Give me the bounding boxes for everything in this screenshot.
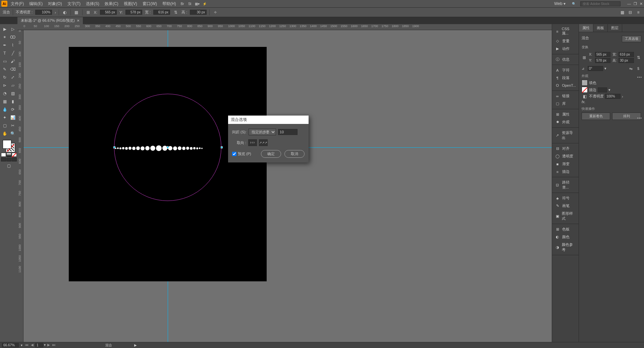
strip-item-字符[interactable]: A字符	[552, 66, 579, 74]
perspective-tool-icon[interactable]: ▧	[9, 90, 16, 97]
h-input[interactable]	[190, 10, 207, 15]
blend-object[interactable]	[115, 145, 203, 151]
color-mode-gradient-icon[interactable]	[6, 153, 11, 157]
column-graph-tool-icon[interactable]: 📊	[9, 114, 16, 121]
prev-artboard-icon[interactable]: ◀	[30, 343, 35, 347]
artboard-number-input[interactable]	[35, 343, 43, 347]
recolor-icon[interactable]: ◐	[62, 10, 68, 15]
strip-item-属性[interactable]: ⊞属性	[552, 111, 579, 118]
mesh-tool-icon[interactable]: ▦	[1, 98, 8, 105]
tab-artboards[interactable]: 画板	[593, 24, 608, 32]
strip-item-符号[interactable]: ♣符号	[552, 194, 579, 202]
strip-item-OpenT...[interactable]: OOpenT...	[552, 82, 579, 89]
spacing-value-input[interactable]	[278, 129, 298, 135]
line-tool-icon[interactable]: ╱	[9, 50, 16, 57]
link-wh-prop-icon[interactable]: ⇅	[636, 55, 641, 60]
strip-item-色板[interactable]: ⊞色板	[552, 225, 579, 233]
gpu-icon[interactable]: ⚡	[202, 1, 208, 7]
spacing-mode-select[interactable]: 指定的步数	[249, 129, 276, 135]
width-tool-icon[interactable]: ⊳	[1, 82, 8, 89]
lasso-tool-icon[interactable]: Ꝏ	[9, 33, 16, 41]
strip-item-外观[interactable]: ✹外观	[552, 118, 579, 126]
close-tab-icon[interactable]: ✕	[77, 19, 79, 22]
arrange-button[interactable]: 排列	[612, 113, 641, 120]
shape-builder-tool-icon[interactable]: ◔	[1, 90, 8, 97]
preview-checkbox[interactable]: 预览 (P)	[232, 151, 251, 156]
anchor-left[interactable]	[113, 146, 115, 148]
stroke-weight-input[interactable]	[598, 87, 607, 92]
opacity-dropdown-icon[interactable]: ›	[55, 10, 56, 14]
link-wh-icon[interactable]: ⇅	[173, 10, 179, 15]
magic-wand-tool-icon[interactable]: ✴	[1, 33, 8, 41]
opacity-prop-input[interactable]	[605, 94, 621, 99]
rotate-tool-icon[interactable]: ↻	[1, 74, 8, 81]
align-grid-icon[interactable]: ▦	[73, 10, 79, 15]
anchor-ref-icon[interactable]: ⊞	[85, 10, 91, 15]
type-tool-icon[interactable]: T	[1, 50, 8, 57]
strip-item-渐变[interactable]: ■渐变	[552, 160, 579, 168]
first-artboard-icon[interactable]: ⏮	[24, 343, 29, 347]
w-input[interactable]	[153, 10, 170, 15]
screen-mode-icon[interactable]: ▢	[5, 162, 12, 169]
window-minimize-icon[interactable]: —	[627, 2, 631, 6]
gradient-tool-icon[interactable]: ▮	[9, 98, 16, 105]
opacity-input[interactable]	[35, 10, 52, 15]
menu-type[interactable]: 文字(T)	[65, 0, 83, 7]
strip-item-信息[interactable]: ⓘ信息	[552, 56, 579, 63]
tool-options-button[interactable]: 工具选项	[622, 36, 641, 42]
strip-item-透明度[interactable]: ◯透明度	[552, 152, 579, 160]
strip-item-段落[interactable]: ¶段落	[552, 74, 579, 82]
strip-item-颜色参考[interactable]: ◑颜色参考	[552, 241, 579, 254]
canvas[interactable]	[23, 30, 552, 342]
direct-selection-tool-icon[interactable]: ▷	[9, 25, 16, 33]
rectangle-tool-icon[interactable]: ▭	[1, 58, 8, 65]
flip-v-icon[interactable]: ⥮	[635, 66, 641, 71]
ok-button[interactable]: 确定	[261, 150, 281, 158]
menu-view[interactable]: 视图(V)	[122, 0, 139, 7]
strip-item-对齐[interactable]: ⊟对齐	[552, 145, 579, 152]
next-artboard-icon[interactable]: ▶	[46, 343, 51, 347]
prop-h-input[interactable]	[619, 58, 634, 63]
menu-effect[interactable]: 效果(C)	[103, 0, 120, 7]
eraser-tool-icon[interactable]: ⌫	[9, 66, 16, 73]
menu-window[interactable]: 窗口(W)	[141, 0, 159, 7]
shaper-tool-icon[interactable]: ✎	[1, 66, 8, 73]
zoom-input[interactable]	[2, 343, 19, 347]
stock-search-input[interactable]	[580, 1, 621, 6]
blend-tool-icon[interactable]: ⟳	[9, 106, 16, 113]
search-icon[interactable]: 🔍	[571, 1, 577, 7]
stroke-weight-dropdown-icon[interactable]: ▾	[608, 88, 610, 92]
angle-input[interactable]	[588, 66, 603, 71]
opacity-prop-dropdown-icon[interactable]: ›	[622, 94, 623, 98]
strip-item-动作[interactable]: ▶动作	[552, 45, 579, 53]
slice-tool-icon[interactable]: ✂	[9, 122, 16, 129]
transform-more-icon[interactable]: •••	[637, 75, 642, 79]
strip-item-图形样式[interactable]: ▣图形样式	[552, 210, 579, 222]
y-input[interactable]	[125, 10, 142, 15]
strip-item-库[interactable]: ▢库	[552, 100, 579, 108]
selection-tool-icon[interactable]: ▶	[1, 25, 8, 33]
anchor-reference-icon[interactable]: ⊞	[582, 55, 587, 60]
strip-item-链接[interactable]: ∞链接	[552, 92, 579, 100]
fill-stroke-swatch[interactable]	[3, 140, 15, 152]
color-mode-solid-icon[interactable]	[1, 153, 6, 157]
document-tab[interactable]: 未标题-1* @ 66.67% (RGB/预览) ✕	[17, 17, 83, 24]
last-artboard-icon[interactable]: ⏭	[52, 343, 56, 347]
grid-align-icon[interactable]: ⊟	[627, 10, 633, 15]
color-mode-none-icon[interactable]	[12, 153, 17, 157]
fill-swatch[interactable]	[3, 140, 11, 149]
tab-layers[interactable]: 图层	[608, 24, 622, 32]
x-input[interactable]	[100, 10, 117, 15]
menu-select[interactable]: 选择(S)	[84, 0, 101, 7]
free-transform-tool-icon[interactable]: ▱	[9, 82, 16, 89]
prop-x-input[interactable]	[595, 52, 610, 57]
cancel-button[interactable]: 取消	[284, 150, 305, 158]
menu-object[interactable]: 对象(O)	[46, 0, 64, 7]
panel-menu-icon[interactable]: ≡	[635, 10, 641, 15]
prop-y-input[interactable]	[595, 58, 610, 63]
grid-options-icon[interactable]: ▦	[619, 10, 625, 15]
window-close-icon[interactable]: ✕	[640, 2, 643, 6]
angle-dropdown-icon[interactable]: ▾	[604, 66, 606, 71]
menu-file[interactable]: 文件(F)	[9, 0, 26, 7]
prop-w-input[interactable]	[619, 52, 634, 57]
